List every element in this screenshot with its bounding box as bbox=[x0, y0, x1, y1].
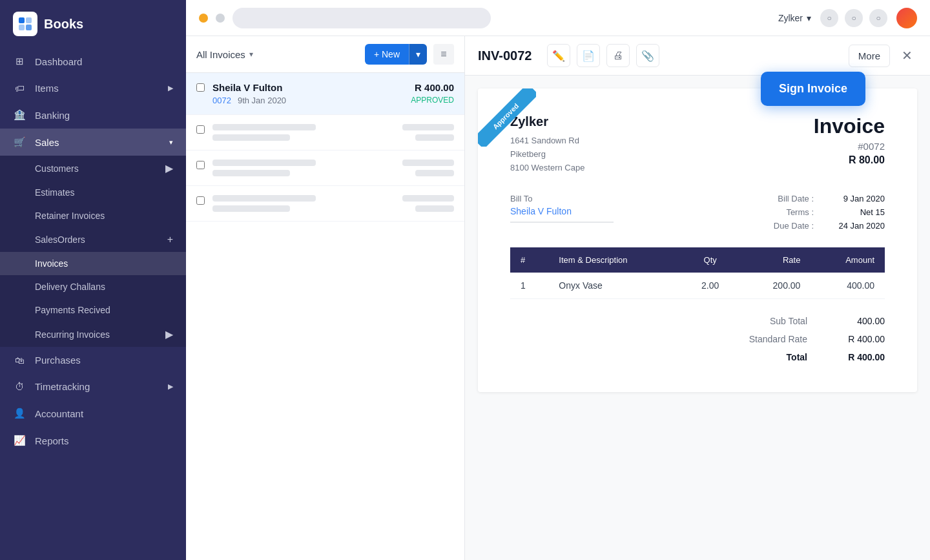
invoice-number[interactable]: 0072 bbox=[212, 96, 231, 105]
delivery-challans-label: Delivery Challans bbox=[35, 282, 105, 292]
invoices-label: Invoices bbox=[35, 258, 68, 269]
svg-rect-3 bbox=[26, 25, 32, 30]
status-dot-yellow bbox=[199, 14, 208, 23]
terms-value: Net 15 bbox=[820, 207, 885, 217]
recurring-invoices-label: Recurring Invoices bbox=[35, 329, 110, 340]
sidebar-item-recurring-invoices[interactable]: Recurring Invoices ▶ bbox=[0, 322, 186, 347]
sidebar: Books ⊞ Dashboard 🏷 Items ▶ 🏦 Banking 🛒 … bbox=[0, 0, 186, 560]
dashboard-icon: ⊞ bbox=[13, 56, 26, 67]
sidebar-item-reports[interactable]: 📈 Reports bbox=[0, 427, 186, 454]
filter-label: All Invoices bbox=[196, 49, 245, 60]
sidebar-item-items[interactable]: 🏷 Items ▶ bbox=[0, 75, 186, 101]
more-button[interactable]: More bbox=[849, 45, 890, 67]
attach-button[interactable]: 📎 bbox=[636, 44, 659, 67]
skeleton-row-3 bbox=[186, 186, 464, 222]
subtotal-row: Sub Total 400.00 bbox=[510, 312, 885, 330]
svg-rect-2 bbox=[19, 25, 25, 30]
timetracking-arrow: ▶ bbox=[168, 382, 173, 391]
subtotal-label: Sub Total bbox=[730, 316, 807, 326]
new-button-main[interactable]: + New bbox=[365, 44, 409, 65]
sidebar-item-sales[interactable]: 🛒 Sales ▾ bbox=[0, 129, 186, 156]
skeleton-checkbox-2[interactable] bbox=[196, 161, 205, 169]
help-icon[interactable]: ○ bbox=[869, 9, 887, 27]
sidebar-item-salesorders[interactable]: SalesOrders + bbox=[0, 227, 186, 252]
sidebar-item-purchases[interactable]: 🛍 Purchases bbox=[0, 347, 186, 373]
sign-invoice-popover[interactable]: Sign Invoice bbox=[761, 72, 865, 106]
new-button[interactable]: + New ▾ bbox=[365, 44, 427, 65]
due-date-label: Due Date : bbox=[762, 221, 814, 231]
sidebar-item-retainer-invoices[interactable]: Retainer Invoices bbox=[0, 204, 186, 227]
header-search-bar[interactable] bbox=[232, 8, 491, 28]
standard-rate-value: R 400.00 bbox=[833, 334, 885, 344]
reports-icon: 📈 bbox=[13, 435, 26, 446]
sidebar-nav: ⊞ Dashboard 🏷 Items ▶ 🏦 Banking 🛒 Sales … bbox=[0, 48, 186, 560]
items-arrow: ▶ bbox=[168, 84, 173, 92]
bill-date-label: Bill Date : bbox=[762, 194, 814, 203]
invoice-document: Approved Zylker 1641 Sandown Rd Piketber… bbox=[478, 88, 917, 392]
bill-to-name[interactable]: Sheila V Fulton bbox=[510, 206, 614, 216]
main: Zylker ▾ ○ ○ ○ All Invoices ▾ bbox=[186, 0, 930, 560]
pdf-button[interactable]: 📄 bbox=[577, 44, 600, 67]
invoice-checkbox[interactable] bbox=[196, 83, 205, 92]
doc-title: Invoice bbox=[814, 114, 885, 138]
sidebar-item-invoices[interactable]: Invoices bbox=[0, 252, 186, 275]
app-name: Books bbox=[44, 17, 83, 32]
doc-bill-row: Bill To Sheila V Fulton Bill Date : 9 Ja… bbox=[510, 194, 885, 234]
estimates-label: Estimates bbox=[35, 187, 74, 198]
row-qty: 2.00 bbox=[681, 273, 738, 299]
close-button[interactable]: ✕ bbox=[896, 45, 917, 66]
skeleton-checkbox-1[interactable] bbox=[196, 125, 205, 134]
customers-arrow: ▶ bbox=[165, 162, 173, 174]
col-qty: Qty bbox=[681, 247, 738, 273]
meta-bill-date: Bill Date : 9 Jan 2020 bbox=[762, 194, 885, 203]
row-item: Onyx Vase bbox=[548, 273, 681, 299]
meta-due-date: Due Date : 24 Jan 2020 bbox=[762, 221, 885, 231]
company-addr-line3: 8100 Western Cape bbox=[510, 161, 584, 175]
sales-arrow: ▾ bbox=[169, 138, 173, 147]
app-logo[interactable]: Books bbox=[0, 0, 186, 48]
total-label: Total bbox=[730, 352, 807, 362]
filter-dropdown[interactable]: All Invoices ▾ bbox=[196, 49, 253, 60]
invoice-status: APPROVED bbox=[411, 96, 454, 105]
row-amount: 400.00 bbox=[811, 273, 885, 299]
doc-number: #0072 bbox=[814, 141, 885, 152]
doc-amount: R 80.00 bbox=[814, 154, 885, 166]
sidebar-item-timetracking[interactable]: ⏱ Timetracking ▶ bbox=[0, 373, 186, 400]
svg-rect-1 bbox=[26, 17, 32, 23]
sidebar-item-customers[interactable]: Customers ▶ bbox=[0, 156, 186, 181]
items-icon: 🏷 bbox=[13, 83, 26, 94]
avatar[interactable] bbox=[896, 8, 917, 28]
sidebar-item-accountant[interactable]: 👤 Accountant bbox=[0, 400, 186, 427]
sidebar-item-banking[interactable]: 🏦 Banking bbox=[0, 101, 186, 129]
doc-meta: Bill Date : 9 Jan 2020 Terms : Net 15 Du… bbox=[762, 194, 885, 234]
sidebar-item-payments-received[interactable]: Payments Recived bbox=[0, 298, 186, 322]
sidebar-label-dashboard: Dashboard bbox=[35, 56, 82, 67]
invoice-customer-name: Sheila V Fulton bbox=[212, 82, 403, 93]
sidebar-item-delivery-challans[interactable]: Delivery Challans bbox=[0, 275, 186, 298]
notification-icon[interactable]: ○ bbox=[820, 9, 838, 27]
sign-invoice-label: Sign Invoice bbox=[779, 82, 847, 95]
sidebar-item-estimates[interactable]: Estimates bbox=[0, 181, 186, 204]
salesorders-label: SalesOrders bbox=[35, 234, 85, 245]
detail-header: INV-0072 ✏️ 📄 🖨 📎 More ✕ bbox=[465, 36, 930, 76]
doc-header: Zylker 1641 Sandown Rd Piketberg 8100 We… bbox=[510, 114, 885, 174]
retainer-invoices-label: Retainer Invoices bbox=[35, 211, 105, 221]
skeleton-row-1 bbox=[186, 115, 464, 150]
list-menu-button[interactable]: ≡ bbox=[433, 44, 454, 65]
invoice-list: Sheila V Fulton 0072 9th Jan 2020 R 400.… bbox=[186, 73, 464, 560]
print-button[interactable]: 🖨 bbox=[606, 44, 630, 67]
invoice-detail-panel: Sign Invoice INV-0072 ✏️ 📄 🖨 📎 More ✕ bbox=[465, 36, 930, 560]
invoice-meta: 0072 9th Jan 2020 bbox=[212, 96, 403, 105]
settings-icon[interactable]: ○ bbox=[845, 9, 863, 27]
edit-button[interactable]: ✏️ bbox=[547, 44, 570, 67]
new-button-dropdown[interactable]: ▾ bbox=[409, 44, 427, 65]
bill-date-value: 9 Jan 2020 bbox=[820, 194, 885, 203]
invoice-table: # Item & Description Qty Rate Amount 1 O… bbox=[510, 247, 885, 299]
sidebar-item-dashboard[interactable]: ⊞ Dashboard bbox=[0, 48, 186, 75]
skeleton-checkbox-3[interactable] bbox=[196, 196, 205, 205]
user-menu[interactable]: Zylker ▾ bbox=[778, 13, 811, 23]
invoice-list-panel: All Invoices ▾ + New ▾ ≡ Sheila V Fulton bbox=[186, 36, 465, 560]
invoice-item[interactable]: Sheila V Fulton 0072 9th Jan 2020 R 400.… bbox=[186, 73, 464, 115]
detail-actions: ✏️ 📄 🖨 📎 bbox=[547, 44, 659, 67]
row-rate: 200.00 bbox=[739, 273, 811, 299]
